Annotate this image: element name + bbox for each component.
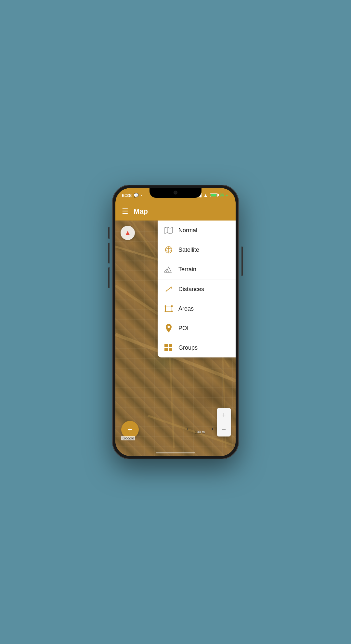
map-view[interactable]: ▲ + − 100 m + Googl <box>115 221 236 456</box>
distances-icon <box>164 285 173 294</box>
scale-bar: 100 m <box>187 429 213 434</box>
header-bar: ☰ Map <box>115 202 236 221</box>
battery-percent: 96 <box>220 193 224 197</box>
phone-screen: 6:28 💬 • ▲ 96 ● <box>115 188 236 456</box>
scale-label: 100 m <box>195 430 205 434</box>
scale-line <box>187 429 213 429</box>
hamburger-icon: ☰ <box>122 207 128 215</box>
zoom-out-button[interactable]: − <box>217 422 231 436</box>
terrain-label: Terrain <box>178 266 196 273</box>
areas-icon <box>164 304 173 313</box>
satellite-label: Satellite <box>178 247 199 253</box>
wifi-icon: ▲ <box>203 193 208 198</box>
front-camera <box>174 191 177 195</box>
map-type-dropdown: Normal Satellite <box>158 221 236 357</box>
groups-label: Groups <box>178 344 198 351</box>
zoom-controls: + − <box>217 408 231 436</box>
svg-rect-17 <box>165 306 172 311</box>
svg-rect-23 <box>164 344 168 347</box>
svg-point-18 <box>165 305 166 307</box>
poi-label: POI <box>178 325 188 332</box>
power-button[interactable] <box>241 247 243 276</box>
volume-down-button[interactable] <box>108 243 110 263</box>
hamburger-menu-button[interactable]: ☰ <box>122 207 128 216</box>
terrain-icon <box>164 265 173 274</box>
groups-icon <box>164 343 173 352</box>
google-attribution: Google <box>121 436 135 440</box>
svg-rect-25 <box>164 348 168 351</box>
poi-icon <box>164 324 173 333</box>
svg-point-21 <box>171 311 173 312</box>
home-indicator <box>156 452 195 453</box>
menu-item-areas[interactable]: Areas <box>158 299 236 318</box>
notch <box>150 188 202 198</box>
menu-item-poi[interactable]: POI <box>158 318 236 338</box>
menu-item-distances[interactable]: Distances <box>158 279 236 299</box>
battery-fill <box>211 194 216 196</box>
time-display: 6:28 <box>122 193 132 198</box>
zoom-in-button[interactable]: + <box>217 408 231 422</box>
svg-rect-24 <box>169 344 172 347</box>
normal-label: Normal <box>178 227 197 234</box>
compass: ▲ <box>121 226 135 240</box>
volume-up-button[interactable] <box>108 227 110 239</box>
phone-frame: 6:28 💬 • ▲ 96 ● <box>112 185 239 459</box>
svg-point-20 <box>165 311 166 312</box>
compass-arrow: ▲ <box>124 229 131 237</box>
svg-rect-26 <box>169 348 172 351</box>
svg-point-22 <box>168 326 170 328</box>
svg-point-19 <box>171 305 173 307</box>
whatsapp-icon: 💬 <box>134 193 139 198</box>
charging-dot: ● <box>226 194 228 197</box>
battery-icon <box>210 193 218 197</box>
normal-map-icon <box>164 226 173 235</box>
status-bar-left: 6:28 💬 • <box>122 193 142 198</box>
areas-label: Areas <box>178 305 194 312</box>
menu-item-terrain[interactable]: Terrain <box>158 260 236 279</box>
menu-item-groups[interactable]: Groups <box>158 338 236 357</box>
silent-switch[interactable] <box>108 267 110 288</box>
satellite-icon <box>164 245 173 254</box>
page-title: Map <box>134 207 148 216</box>
add-icon: + <box>127 424 133 435</box>
dot-indicator: • <box>141 194 142 197</box>
menu-item-satellite[interactable]: Satellite <box>158 240 236 260</box>
distances-label: Distances <box>178 286 204 293</box>
menu-item-normal[interactable]: Normal <box>158 221 236 240</box>
